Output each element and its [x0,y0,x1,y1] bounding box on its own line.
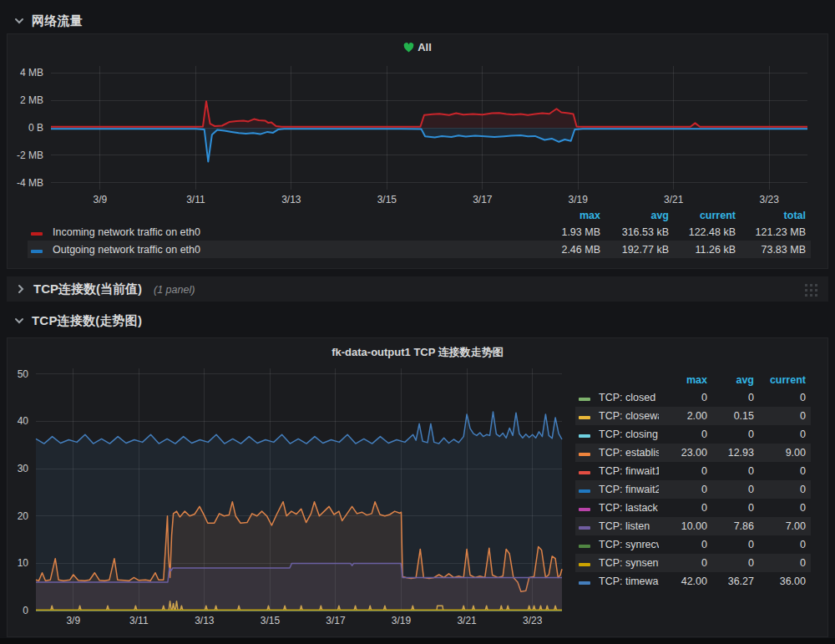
svg-text:3/15: 3/15 [261,615,281,626]
svg-text:3/9: 3/9 [94,194,108,205]
series-color-swatch[interactable] [579,508,590,511]
svg-text:3/13: 3/13 [195,615,215,626]
series-color-swatch[interactable] [579,563,590,566]
series-value: 0 [759,539,811,550]
series-value: 73.83 MB [741,244,811,256]
legend-row: TCP: closing000 [575,425,811,444]
legend-column-avg[interactable]: avg [605,210,674,221]
series-label[interactable]: TCP: closing [594,428,659,440]
legend-column-max[interactable]: max [532,210,605,221]
series-color-swatch[interactable] [579,434,590,438]
series-label[interactable]: TCP: lastack [594,502,659,514]
chevron-right-icon [15,283,27,295]
series-value: 0 [759,392,811,403]
row-header-network[interactable]: 网络流量 [13,11,83,31]
network-traffic-chart[interactable]: 4 MB2 MB0 B-2 MB-4 MB3/93/113/133/153/17… [8,56,829,223]
series-color-swatch[interactable] [31,232,43,236]
series-value: 10.00 [659,520,712,532]
legend-column-total[interactable]: total [741,210,811,221]
series-label[interactable]: TCP: closewait [594,410,659,422]
svg-text:3/15: 3/15 [377,194,397,205]
series-value: 9.00 [759,447,811,459]
series-label[interactable]: Incoming network traffic on eth0 [48,226,532,238]
series-value: 0 [659,465,712,477]
svg-text:3/13: 3/13 [281,194,301,205]
series-label[interactable]: TCP: finwait2 [594,484,659,495]
legend-row: TCP: finwait2000 [575,480,811,499]
series-label[interactable]: TCP: finwait1 [594,465,659,477]
series-value: 0 [712,502,759,514]
series-value: 11.26 kB [674,244,741,256]
series-value: 0 [659,502,712,514]
svg-text:3/9: 3/9 [66,615,80,626]
svg-text:0: 0 [23,605,28,616]
series-color-swatch[interactable] [579,489,590,493]
series-value: 121.23 MB [741,226,811,238]
legend-column-max[interactable]: max [659,374,712,386]
series-color-swatch[interactable] [579,453,590,456]
series-value: 0 [712,465,759,477]
series-value: 0 [759,465,811,477]
row-header-tcp-trend[interactable]: TCP连接数(走势图) [13,311,142,331]
series-value: 0 [659,539,712,550]
legend-column-avg[interactable]: avg [712,374,759,386]
series-color-swatch[interactable] [579,581,590,585]
series-label[interactable]: Outgoing network traffic on eth0 [48,244,532,256]
svg-text:3/21: 3/21 [664,194,684,205]
legend-row: TCP: closewait2.000.150 [575,407,811,425]
series-value: 0 [659,484,712,495]
collapsed-row-tcp-current[interactable]: TCP连接数(当前值) (1 panel) [7,276,828,302]
series-color-swatch[interactable] [579,416,590,419]
series-label[interactable]: TCP: established [594,447,659,459]
series-value: 0 [759,484,811,495]
series-color-swatch[interactable] [31,250,43,253]
legend-row: TCP: listen10.007.867.00 [575,517,811,535]
bottom-edge [0,638,835,644]
row-title-tcp-current: TCP连接数(当前值) [33,281,142,297]
series-value: 0.15 [712,410,759,422]
series-label[interactable]: TCP: synrecv [594,539,659,550]
series-label[interactable]: TCP: closed [594,392,659,403]
series-value: 0 [712,484,759,495]
svg-text:3/23: 3/23 [760,194,780,205]
panel-count: (1 panel) [154,284,195,296]
series-color-swatch[interactable] [579,471,590,474]
drag-handle-icon[interactable] [803,281,818,298]
series-value: 23.00 [659,447,712,459]
series-value: 0 [659,428,712,440]
legend-column-current[interactable]: current [759,374,811,386]
series-label[interactable]: TCP: synsent [594,557,659,569]
series-value: 192.77 kB [605,244,674,256]
series-color-swatch[interactable] [579,526,590,530]
series-value: 12.93 [712,447,759,459]
legend-row: TCP: established23.0012.939.00 [575,444,811,462]
svg-text:3/17: 3/17 [473,194,493,205]
legend-row: Incoming network traffic on eth01.93 MB3… [28,223,811,241]
row-title-tcp-trend: TCP连接数(走势图) [32,313,142,329]
series-value: 7.00 [759,520,811,532]
series-label[interactable]: TCP: listen [594,520,659,532]
series-value: 0 [759,428,811,440]
svg-text:3/17: 3/17 [326,615,346,626]
panel-title-network[interactable]: All [8,41,827,55]
series-value: 316.53 kB [605,226,674,238]
svg-text:40: 40 [18,415,29,427]
svg-text:3/19: 3/19 [392,615,412,626]
series-value: 0 [712,428,759,440]
svg-text:3/19: 3/19 [569,194,589,205]
row-title-network: 网络流量 [32,13,83,29]
tcp-legend: maxavgcurrentTCP: closed000TCP: closewai… [575,372,811,591]
series-label[interactable]: TCP: timewait [594,576,659,587]
series-value: 36.00 [759,576,811,587]
series-color-swatch[interactable] [579,545,590,548]
series-value: 0 [712,392,759,403]
series-color-swatch[interactable] [579,398,590,401]
legend-row: TCP: finwait1000 [575,462,811,480]
legend-row: TCP: closed000 [575,388,811,407]
series-value: 0 [659,392,712,403]
panel-title-text: All [418,41,432,53]
legend-header: maxavgcurrent [575,372,811,388]
series-value: 0 [759,502,811,514]
legend-row: TCP: timewait42.0036.2736.00 [575,572,811,591]
legend-column-current[interactable]: current [674,210,741,221]
